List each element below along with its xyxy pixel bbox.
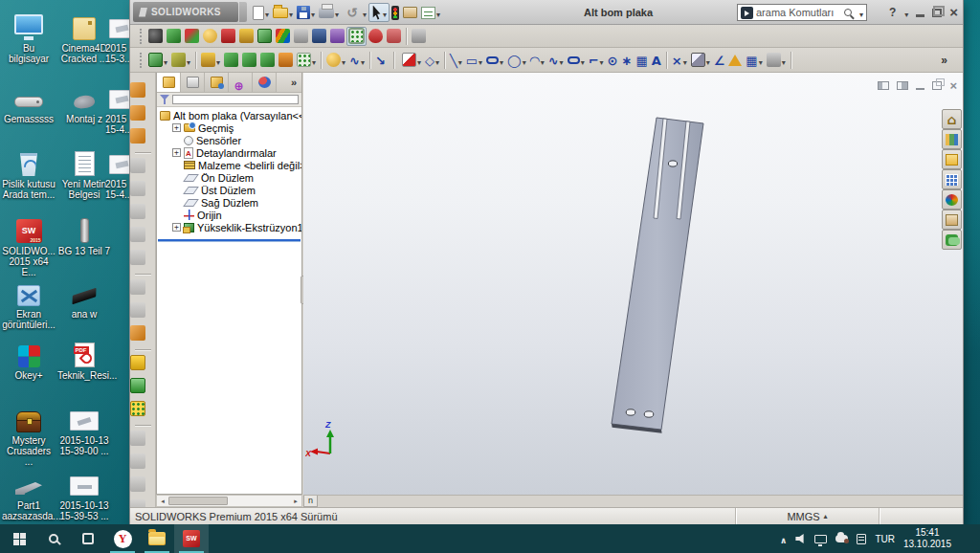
display-style-icon[interactable] <box>130 105 145 121</box>
sketch-panel-icon[interactable] <box>130 355 145 370</box>
desktop-icon[interactable]: 2015-10-1315-39-00 ... <box>57 402 111 456</box>
caret-down-icon[interactable] <box>187 52 190 69</box>
caret-down-icon[interactable] <box>164 52 167 69</box>
restore-button[interactable] <box>932 9 942 17</box>
close-button[interactable] <box>949 4 958 21</box>
caret-down-icon[interactable] <box>363 4 367 21</box>
caret-down-icon[interactable] <box>311 4 315 21</box>
desktop-icon[interactable]: Teknik_Resi... <box>57 337 111 381</box>
trim-entities-icon[interactable] <box>672 52 682 69</box>
tree-item[interactable]: Sensörler <box>157 134 301 146</box>
revolve-icon[interactable] <box>224 53 238 67</box>
pane-two-icon[interactable] <box>897 81 908 90</box>
language-indicator[interactable]: TUR <box>875 534 895 544</box>
phone-icon[interactable] <box>130 325 145 341</box>
desktop-icon[interactable]: Okey+ <box>2 337 56 381</box>
sketch-fillet-icon[interactable] <box>589 52 599 69</box>
measure-icon[interactable] <box>130 250 145 265</box>
scroll-left-arrow[interactable] <box>157 498 168 505</box>
select-cursor-icon[interactable] <box>371 6 382 20</box>
units-selector[interactable]: MMGS ▴ <box>735 508 879 524</box>
propertymanager-tab[interactable] <box>181 73 205 92</box>
save-icon[interactable] <box>297 6 310 19</box>
tray-chevron-icon[interactable] <box>780 530 787 547</box>
caret-down-icon[interactable] <box>435 52 439 69</box>
point-icon[interactable] <box>608 52 618 69</box>
desktop-icon[interactable]: ana w <box>57 276 111 320</box>
desktop-icon[interactable]: Part1aazsazasda... <box>2 467 56 521</box>
caret-down-icon[interactable] <box>782 52 786 69</box>
instant3d-icon[interactable] <box>375 52 386 69</box>
fillet-icon[interactable] <box>326 53 341 67</box>
star-icon[interactable] <box>621 52 632 69</box>
desktop-icon[interactable]: Pislik kutusuArada tem... <box>2 145 56 200</box>
title-bar[interactable]: SOLIDWORKS Alt bom plaka arama Komutları… <box>130 0 963 25</box>
forum-button[interactable] <box>942 230 962 250</box>
filter-input[interactable] <box>172 95 299 104</box>
home-button[interactable] <box>942 109 962 129</box>
yandex-app-button[interactable]: Y <box>105 524 140 553</box>
fastener-icon[interactable] <box>294 29 308 43</box>
isolate-icon[interactable] <box>412 29 426 43</box>
warning-icon[interactable] <box>728 55 742 66</box>
rebuild-icon[interactable] <box>391 6 399 20</box>
action-center-icon[interactable] <box>857 534 866 544</box>
instant2d-icon[interactable] <box>171 53 186 67</box>
scroll-thumb[interactable] <box>168 497 228 505</box>
expand-icon[interactable]: + <box>172 123 181 132</box>
collision-icon[interactable] <box>387 29 401 43</box>
appearances-button[interactable] <box>942 189 962 210</box>
undo-icon[interactable] <box>343 4 362 21</box>
appearance-icon[interactable] <box>276 29 290 43</box>
bounding-box-icon[interactable] <box>635 52 647 69</box>
panel-overflow-button[interactable]: » <box>291 77 301 88</box>
caret-down-icon[interactable] <box>265 4 269 21</box>
caret-down-icon[interactable] <box>500 52 503 69</box>
cloud-sync-icon[interactable] <box>835 535 848 542</box>
interference-check-icon[interactable] <box>368 29 383 43</box>
caret-down-icon[interactable] <box>383 4 387 21</box>
caret-down-icon[interactable] <box>458 52 462 69</box>
file-explorer-pane-button[interactable] <box>942 149 962 169</box>
new-doc-icon[interactable] <box>253 6 264 20</box>
doc-minimize-icon[interactable] <box>916 88 924 90</box>
sketch-pattern-icon[interactable] <box>746 52 757 69</box>
pane-one-icon[interactable] <box>878 81 889 90</box>
graphics-viewport[interactable]: X Z <box>303 73 963 495</box>
hole-wizard-icon[interactable] <box>278 53 293 67</box>
search-placeholder[interactable]: arama Komutları <box>756 7 841 18</box>
curve-icon[interactable] <box>349 52 360 69</box>
mate-icon[interactable] <box>167 29 181 43</box>
caret-down-icon[interactable] <box>216 52 220 69</box>
corner-rectangle-icon[interactable] <box>466 52 478 69</box>
edit-appearance-icon[interactable] <box>130 158 145 173</box>
desktop-icon[interactable]: SOLIDWO...2015 x64 E... <box>2 212 56 277</box>
wedge-icon[interactable] <box>260 53 275 67</box>
hide-show-icon[interactable] <box>130 128 145 144</box>
displaymanager-tab[interactable] <box>253 73 277 92</box>
caret-down-icon[interactable] <box>759 52 763 69</box>
caret-down-icon[interactable] <box>479 52 482 69</box>
panel-scrollbar[interactable] <box>156 495 302 507</box>
section-view-icon[interactable] <box>130 181 145 196</box>
ellipse-icon[interactable] <box>568 56 580 64</box>
tree-item[interactable]: +Detaylandırmalar <box>157 146 301 159</box>
caret-down-icon[interactable] <box>541 52 545 69</box>
custom-properties-button[interactable] <box>942 210 962 230</box>
view-list-icon[interactable] <box>421 7 435 19</box>
desktop-icon[interactable]: MysteryCrusaders ... <box>2 402 56 467</box>
route-icon[interactable] <box>185 29 199 43</box>
line-icon[interactable] <box>450 52 457 69</box>
straight-slot-icon[interactable] <box>486 56 499 64</box>
mirror-entities-icon[interactable] <box>652 52 661 69</box>
taskbar-search-button[interactable] <box>36 524 71 553</box>
circle-icon[interactable] <box>507 52 522 69</box>
mass-properties-icon[interactable] <box>130 279 145 295</box>
tree-item[interactable]: Alt bom plaka (Varsayılan<<Var <box>157 109 301 122</box>
desktop-icon[interactable]: BG 13 Teil 7 <box>57 212 111 256</box>
caret-down-icon[interactable] <box>417 52 421 69</box>
smart-fasteners-icon[interactable] <box>203 29 217 43</box>
featuremanager-tab[interactable] <box>157 73 181 92</box>
move-component-icon[interactable] <box>221 29 235 43</box>
caret-down-icon[interactable] <box>312 52 316 69</box>
